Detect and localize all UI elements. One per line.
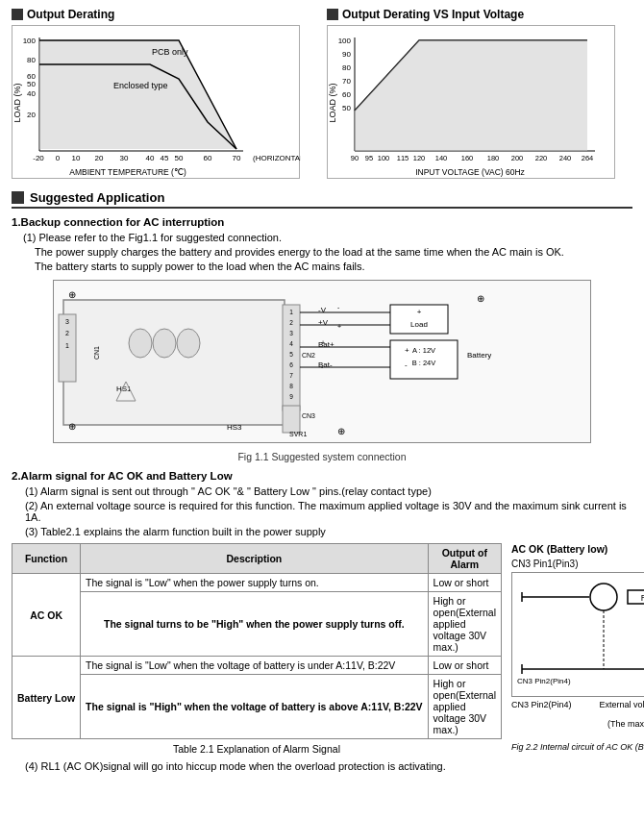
svg-text:INPUT VOLTAGE (VAC) 60Hz: INPUT VOLTAGE (VAC) 60Hz	[415, 167, 525, 177]
table-row-battlow-2: The signal is "High" when the voltage of…	[12, 675, 502, 739]
circuit-svg: R V CN3 Pin2(Pin4)	[512, 573, 644, 698]
svg-text:20: 20	[27, 111, 36, 119]
svg-point-54	[153, 329, 176, 358]
backup-point-3: The battery starts to supply power to th…	[35, 261, 632, 272]
svg-point-53	[129, 329, 152, 358]
svg-text:CN3 Pin2(Pin4): CN3 Pin2(Pin4)	[517, 677, 571, 685]
svg-text:CN1: CN1	[93, 346, 100, 360]
top-charts-section: Output Derating LOAD (%) 100 80 60 50 40…	[12, 8, 632, 179]
backup-point-2: The power supply charges the battery and…	[35, 246, 632, 258]
svg-text:+V: +V	[318, 318, 329, 327]
backup-connection-title: 1.Backup connection for AC interruption	[12, 216, 632, 228]
svg-text:LOAD (%): LOAD (%)	[328, 83, 337, 122]
output-derating-chart-block: Output Derating LOAD (%) 100 80 60 50 40…	[12, 8, 317, 179]
alarm-table-wrapper: Function Description Output of Alarm AC …	[12, 543, 502, 755]
svg-text:10: 10	[72, 154, 81, 162]
circuit-fig-caption: Fig 2.2 Internal circuit of AC OK (Batte…	[511, 742, 644, 752]
alarm-table: Function Description Output of Alarm AC …	[12, 543, 502, 739]
svg-text:30: 30	[120, 154, 129, 162]
table-header-description: Description	[81, 544, 429, 574]
footnote-rl1: (4) RL1 (AC OK)signal will go into hiccu…	[25, 760, 632, 772]
svg-text:9: 9	[289, 393, 293, 400]
fig1-caption: Fig 1.1 Suggested system connection	[12, 451, 632, 462]
svg-text:⊕: ⊕	[68, 289, 76, 300]
svg-text:SVR1: SVR1	[289, 431, 307, 437]
table-cell-battlow-output-1: Low or short	[428, 657, 501, 675]
svg-text:1: 1	[289, 309, 293, 315]
svg-text:50: 50	[342, 104, 351, 112]
output-derating-vs-input-chart-block: Output Derating VS Input Voltage LOAD (%…	[327, 8, 632, 179]
alarm-section-title: 2.Alarm signal for AC OK and Battery Low	[12, 470, 632, 482]
svg-text:20: 20	[95, 154, 104, 162]
alarm-point-2: (2) An external voltage source is requir…	[25, 500, 632, 523]
svg-text:+: +	[405, 346, 409, 355]
table-cell-acok-desc-2: The signal turns to be "High" when the p…	[81, 592, 429, 657]
svg-rect-47	[63, 300, 285, 425]
svg-text:40: 40	[146, 154, 155, 162]
svg-text:80: 80	[342, 63, 351, 72]
svg-marker-45	[355, 40, 587, 151]
circuit-svg-container: R V CN3 Pin2(Pin4)	[511, 572, 644, 697]
table-cell-acok-desc-1: The signal is "Low" when the power suppl…	[81, 574, 429, 592]
svg-text:115: 115	[397, 154, 409, 162]
svg-text:3: 3	[65, 318, 69, 325]
svg-text:70: 70	[342, 77, 351, 86]
svg-text:264: 264	[582, 154, 594, 162]
svg-point-55	[177, 329, 200, 358]
table-caption: Table 2.1 Explanation of Alarm Signal	[12, 743, 502, 755]
table-cell-acok-output-2: High or open(External applied voltage 30…	[428, 592, 501, 657]
table-cell-acok-output-1: Low or short	[428, 574, 501, 592]
svg-text:Battery: Battery	[467, 351, 491, 360]
output-derating-vs-input-title: Output Derating VS Input Voltage	[327, 8, 632, 21]
svg-text:+: +	[417, 308, 422, 316]
svg-text:Load: Load	[410, 320, 428, 329]
svg-point-103	[590, 584, 617, 610]
section-square-icon	[12, 191, 24, 204]
svg-text:5: 5	[289, 351, 293, 358]
svg-text:220: 220	[535, 154, 548, 162]
svg-text:7: 7	[289, 372, 293, 379]
svg-text:LOAD (%): LOAD (%)	[12, 83, 22, 122]
svg-text:6: 6	[289, 361, 293, 368]
circuit-pin2-label: CN3 Pin2(Pin4)	[511, 700, 572, 738]
alarm-table-and-circuit: Function Description Output of Alarm AC …	[12, 543, 632, 755]
svg-text:⊕: ⊕	[337, 426, 345, 436]
svg-text:PCB only: PCB only	[152, 47, 188, 57]
svg-text:+: +	[321, 339, 325, 346]
svg-text:2: 2	[289, 319, 293, 326]
table-cell-acok: AC OK	[12, 574, 81, 657]
table-header-output: Output of Alarm	[428, 544, 501, 574]
circuit-ext-voltage-label: External voltage source (V) and resistor…	[598, 700, 644, 738]
circuit-subtitle: CN3 Pin1(Pin3)	[511, 559, 644, 569]
table-row-acok-2: The signal turns to be "High" when the p…	[12, 592, 502, 657]
svg-text:A : 12V: A : 12V	[412, 346, 435, 355]
title-square-icon	[12, 9, 23, 20]
svg-text:0: 0	[56, 154, 61, 162]
table-cell-battlow-desc-1: The signal is "Low" when the voltage of …	[81, 657, 429, 675]
circuit-title: AC OK (Battery low)	[511, 543, 644, 555]
svg-text:⊕: ⊕	[68, 421, 76, 432]
svg-text:120: 120	[413, 154, 426, 162]
output-derating-chart: LOAD (%) 100 80 60 50 40 20 -20 0 10 20 …	[12, 25, 300, 179]
table-cell-battlow-desc-2: The signal is "High" when the voltage of…	[81, 675, 429, 739]
svg-text:(HORIZONTAL): (HORIZONTAL)	[253, 154, 301, 162]
alarm-point-1: (1) Alarm signal is sent out through " A…	[25, 485, 632, 497]
svg-text:180: 180	[487, 154, 500, 162]
svg-text:3: 3	[289, 330, 293, 336]
output-derating-svg: LOAD (%) 100 80 60 50 40 20 -20 0 10 20 …	[12, 26, 301, 180]
svg-text:80: 80	[27, 56, 36, 64]
output-derating-title: Output Derating	[12, 8, 317, 21]
svg-text:B : 24V: B : 24V	[412, 359, 436, 367]
system-connection-diagram: 3 2 1 CN1 HS1 1 2 3 4 5 6 7 8 9 CN2 -V +…	[53, 280, 591, 443]
svg-text:1: 1	[65, 342, 69, 349]
svg-text:45: 45	[161, 154, 169, 162]
title-square-2-icon	[327, 9, 338, 20]
svg-text:+: +	[337, 323, 341, 330]
svg-text:50: 50	[175, 154, 184, 162]
svg-text:8: 8	[289, 383, 293, 389]
svg-rect-94	[283, 406, 300, 433]
output-derating-vs-input-svg: LOAD (%) 100 90 80 70 60 50 90 95 100 11…	[328, 26, 626, 180]
svg-text:240: 240	[559, 154, 572, 162]
svg-text:100: 100	[378, 154, 390, 162]
table-cell-battlow: Battery Low	[12, 657, 81, 739]
